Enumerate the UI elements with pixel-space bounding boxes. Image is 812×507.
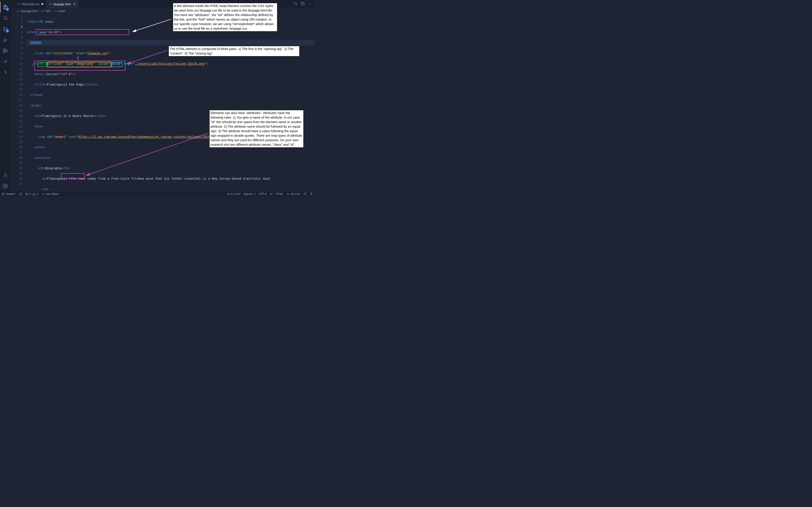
info-icon: ⓘ	[17, 2, 20, 6]
svg-point-14	[2, 193, 3, 193]
branch-status[interactable]: master*	[2, 192, 16, 195]
search-icon[interactable]	[0, 13, 11, 23]
source-control-icon[interactable]: 1	[0, 23, 11, 35]
encoding-status[interactable]: UTF-8	[259, 192, 266, 195]
callout-link: A link element inside the HTML head elem…	[173, 3, 277, 32]
dirty-indicator-icon	[42, 3, 43, 5]
language-mode[interactable]: HTML	[276, 192, 284, 195]
activity-bar: 1 1	[0, 0, 11, 191]
svg-point-0	[4, 16, 7, 19]
tab-label: fanpage.html	[53, 2, 70, 6]
digit-two: 2	[77, 56, 79, 60]
breadcrumb-item[interactable]: head	[59, 9, 65, 13]
callout-attrs: Elements can also have "attributes". Att…	[209, 110, 304, 148]
status-bar: master* 0 0 Live Share Ln 3, Col 9 Space…	[0, 191, 315, 196]
html-file-icon: <>	[17, 10, 20, 12]
callout-text: Elements can also have "attributes". Att…	[210, 111, 302, 147]
scm-badge: 1	[6, 30, 9, 33]
svg-point-16	[4, 193, 5, 194]
svg-point-3	[6, 28, 7, 29]
settings-icon[interactable]	[0, 181, 11, 191]
code-icon: <>	[54, 10, 57, 12]
html-file-icon: <>	[49, 2, 52, 6]
explorer-icon[interactable]: 1	[0, 2, 11, 13]
callout-text: A link element inside the HTML head elem…	[174, 4, 274, 30]
svg-point-18	[288, 193, 289, 194]
line-gutter: 1234567891011121314151617181920212223242…	[11, 14, 27, 191]
cursor-position[interactable]: Ln 3, Col 9	[227, 192, 240, 195]
digit-one: 1	[32, 63, 33, 66]
svg-rect-5	[3, 49, 5, 51]
tab-actions: ⋯	[293, 0, 315, 8]
errors-count: 0	[30, 192, 31, 195]
callout-text: The HTML element is composed of three pa…	[170, 47, 293, 55]
branch-name: master*	[6, 192, 16, 195]
svg-rect-6	[3, 51, 5, 53]
tab-readme[interactable]: ⓘ README.md	[14, 0, 46, 8]
account-icon[interactable]	[0, 170, 11, 181]
tab-label: README.md	[22, 2, 39, 6]
s-icon[interactable]	[0, 67, 11, 78]
golive-label: Go Live	[291, 192, 300, 195]
chevron-right-icon: ›	[39, 9, 40, 13]
svg-point-2	[4, 30, 5, 31]
minimap[interactable]	[311, 14, 315, 191]
svg-point-15	[2, 194, 3, 195]
notifications-icon[interactable]	[310, 192, 313, 196]
breadcrumb-item[interactable]: html	[45, 9, 51, 13]
liveshare-icon[interactable]	[0, 56, 11, 67]
explorer-badge: 1	[6, 8, 9, 11]
code-content[interactable]: <!DOCTYPE html> <html lang="en-US"> <hea…	[27, 14, 315, 191]
liveshare-label: Live Share	[46, 192, 59, 195]
tab-fanpage[interactable]: <> fanpage.html ×	[46, 0, 79, 8]
eol-status[interactable]: LF	[270, 192, 273, 195]
svg-point-8	[5, 173, 6, 175]
warnings-count: 0	[37, 192, 38, 195]
problems-status[interactable]: 0 0	[25, 192, 38, 195]
svg-rect-7	[6, 50, 7, 52]
indentation-status[interactable]: Spaces: 2	[244, 192, 256, 195]
split-editor-icon[interactable]	[301, 2, 305, 7]
svg-point-4	[4, 41, 4, 42]
golive-status[interactable]: Go Live	[287, 192, 300, 195]
compare-icon[interactable]	[293, 2, 298, 7]
digit-three: 3	[127, 63, 129, 66]
extensions-icon[interactable]	[0, 45, 11, 56]
svg-point-1	[4, 27, 5, 28]
feedback-icon[interactable]	[303, 192, 307, 196]
code-icon: <>	[41, 10, 44, 12]
callout-parts: The HTML element is composed of three pa…	[168, 46, 300, 56]
svg-point-9	[5, 185, 6, 187]
run-debug-icon[interactable]	[0, 35, 11, 45]
chevron-right-icon: ›	[52, 9, 53, 13]
close-icon[interactable]: ×	[73, 2, 76, 6]
svg-point-19	[304, 192, 306, 195]
breadcrumb-item[interactable]: fanpage.html	[21, 9, 37, 13]
liveshare-status[interactable]: Live Share	[42, 192, 59, 195]
more-icon[interactable]: ⋯	[308, 2, 311, 6]
code-editor[interactable]: 1234567891011121314151617181920212223242…	[11, 14, 315, 191]
sync-status[interactable]	[19, 192, 22, 195]
